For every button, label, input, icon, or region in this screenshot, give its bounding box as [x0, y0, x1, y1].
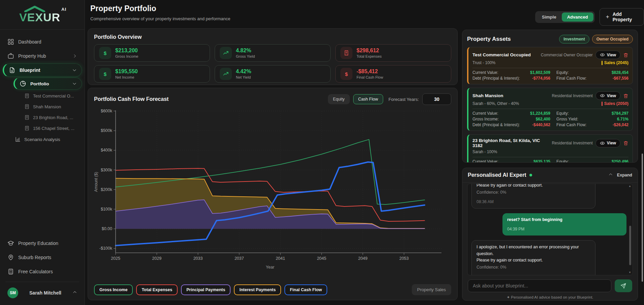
- stat-label: Final Cash Flow: [357, 75, 383, 79]
- filter-badge-investment[interactable]: Investment: [559, 35, 589, 44]
- mode-simple-button[interactable]: Simple: [536, 12, 562, 22]
- property-stat: Debt (Principal & Interest):-$440,562: [472, 122, 550, 127]
- legend-toggle-gross-income[interactable]: Gross Income: [94, 284, 133, 295]
- map-pin-icon: [7, 254, 14, 261]
- chevron-down: [72, 68, 77, 73]
- svg-text:2037: 2037: [235, 256, 244, 261]
- sidebar-item-blueprint[interactable]: Blueprint: [3, 63, 82, 77]
- collapse-chevron-icon[interactable]: [608, 172, 613, 178]
- chat-scrollbar[interactable]: ▲ ▼: [628, 185, 632, 274]
- ai-message: Please try again or contact support.Conf…: [471, 184, 595, 209]
- legend-toggle-total-expenses[interactable]: Total Expenses: [136, 284, 178, 295]
- expand-button[interactable]: Expand: [617, 173, 632, 177]
- stat-value: $62,400: [536, 117, 550, 121]
- building-icon: [24, 93, 30, 99]
- stat-label: Gross Income:: [472, 117, 499, 121]
- building-icon: [24, 104, 30, 109]
- ai-chat-input[interactable]: [468, 279, 611, 292]
- assets-list: Test Commercial OccupiedCommercial Owner…: [467, 47, 633, 163]
- forecast-years-label: Forecast Years:: [389, 97, 419, 102]
- svg-text:2025: 2025: [111, 256, 120, 261]
- delete-property-button[interactable]: [623, 140, 628, 146]
- avatar: SM: [7, 287, 18, 298]
- property-name: Shah Mansion: [472, 93, 503, 98]
- sidebar-item-156-chapel-street[interactable]: 156 Chapel Street, ...: [24, 123, 82, 134]
- sidebar-item-label: Blueprint: [20, 67, 40, 73]
- sidebar-item-suburb-reports[interactable]: Suburb Reports: [3, 251, 82, 264]
- page-scrollbar-thumb[interactable]: [642, 154, 643, 282]
- forecast-years-input[interactable]: [422, 93, 451, 105]
- sale-label: Sales (2050): [604, 101, 628, 106]
- stat-card-gross-income: $$213,200Gross Income: [94, 44, 210, 62]
- view-property-button[interactable]: View: [595, 139, 620, 147]
- property-card: Shah MansionResidential InvestmentViewSa…: [467, 88, 633, 131]
- mode-advanced-button[interactable]: Advanced: [562, 12, 593, 22]
- message-text: I apologize, but I encountered an error …: [477, 244, 590, 257]
- building-icon: [24, 126, 30, 131]
- dollar-icon: $: [99, 68, 111, 80]
- cashflow-toggle-button[interactable]: Cash Flow: [353, 94, 383, 104]
- delete-property-button[interactable]: [623, 52, 628, 58]
- sparkle-icon: ✦: [507, 295, 510, 299]
- delete-property-button[interactable]: [623, 93, 628, 99]
- property-stat: Gross Yield:6.71%: [556, 117, 628, 121]
- view-label: View: [607, 53, 616, 57]
- svg-text:2049: 2049: [358, 256, 368, 261]
- chat-scrollbar-thumb[interactable]: [629, 226, 631, 265]
- svg-text:$0.00: $0.00: [102, 226, 112, 231]
- message-text: Please try again or contact support.: [477, 184, 590, 189]
- eye-icon: [600, 141, 605, 146]
- svg-text:$400k: $400k: [101, 148, 113, 152]
- trend-up-icon: [220, 68, 232, 80]
- legend-toggle-principal-payments[interactable]: Principal Payments: [181, 284, 231, 295]
- stat-card-gross-yield: 4.82%Gross Yield: [215, 44, 331, 62]
- ai-title: Personalised AI Expert: [468, 172, 526, 178]
- svg-text:$500k: $500k: [101, 128, 113, 133]
- stat-label: Total Expenses: [357, 54, 382, 58]
- scroll-down-arrow[interactable]: ▼: [628, 271, 632, 274]
- add-property-button[interactable]: + Add Property: [600, 8, 644, 26]
- property-type: Residential Investment: [552, 141, 592, 145]
- sale-year-tag: Sales (2050): [602, 101, 628, 106]
- sidebar-item-label: Test Commercial O...: [33, 93, 74, 99]
- stat-label: Gross Yield: [236, 54, 255, 58]
- sidebar-item-label: Shah Mansion: [33, 104, 61, 109]
- scroll-up-arrow[interactable]: ▲: [628, 185, 632, 188]
- property-stats: Current Value:$1,224,859Equity:$784,297G…: [472, 111, 628, 127]
- sidebar-item-property-education[interactable]: Property Education: [3, 237, 82, 250]
- sidebar-item-free-calculators[interactable]: Free Calculators: [3, 265, 82, 278]
- view-property-button[interactable]: View: [595, 51, 620, 59]
- equity-toggle-button[interactable]: Equity: [328, 94, 350, 104]
- stat-label: Equity:: [556, 159, 569, 163]
- chat-messages: Please try again or contact support.Conf…: [467, 184, 633, 275]
- filter-badge-owner-occupied[interactable]: Owner Occupied: [592, 35, 633, 44]
- sidebar-item-property-hub[interactable]: Property Hub: [3, 49, 82, 63]
- receipt-icon: [340, 47, 352, 59]
- sidebar-item-23-brighton-road[interactable]: 23 Brighton Road, ...: [24, 112, 82, 123]
- property-stat: Final Cash Flow:-$67,556: [556, 76, 628, 81]
- property-sales-button[interactable]: Property Sales: [412, 284, 451, 295]
- sidebar-item-label: Scenario Analysis: [24, 137, 60, 142]
- overview-stats-grid: $$213,200Gross Income4.82%Gross Yield$29…: [94, 44, 451, 83]
- sale-marker-bar: [602, 61, 603, 65]
- legend-toggle-final-cash-flow[interactable]: Final Cash Flow: [284, 284, 327, 295]
- svg-text:Amount ($): Amount ($): [94, 172, 98, 192]
- graduation-cap-icon: [7, 240, 14, 247]
- property-ownership: Sarah - 100%: [472, 149, 497, 154]
- sidebar-item-portfolio[interactable]: Portfolio: [13, 78, 82, 90]
- sidebar-item-scenario-analysis[interactable]: Scenario Analysis: [15, 134, 82, 145]
- sidebar-item-dashboard[interactable]: Dashboard: [3, 35, 82, 49]
- sidebar-item-label: Property Hub: [18, 53, 46, 59]
- sidebar-item-shah-mansion[interactable]: Shah Mansion: [24, 101, 82, 112]
- forecast-title: Portfolio Cash Flow Forecast: [94, 96, 168, 102]
- pie-chart-icon: [20, 80, 26, 87]
- legend-toggle-interest-payments[interactable]: Interest Payments: [234, 284, 281, 295]
- card-divider: [472, 157, 628, 157]
- send-button[interactable]: [615, 279, 632, 292]
- stat-value: $213,200: [115, 48, 138, 54]
- user-menu[interactable]: SM Sarah Mitchell: [3, 285, 82, 300]
- view-property-button[interactable]: View: [595, 91, 620, 100]
- svg-text:Year: Year: [266, 265, 274, 270]
- sidebar-item-test-commercial-o[interactable]: Test Commercial O...: [24, 90, 82, 101]
- property-stats: Current Value:$1,602,509Equity:$828,454D…: [472, 70, 628, 81]
